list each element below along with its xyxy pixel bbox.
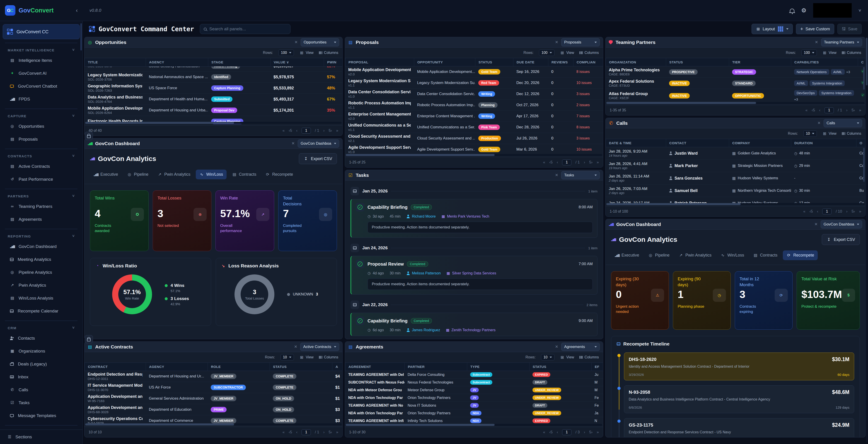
table-row[interactable]: Unified Communications as a Service - Pv… bbox=[345, 122, 603, 133]
timeline-item[interactable]: GS-23-1175$24.9M Endpoint Detection and … bbox=[624, 418, 854, 437]
vertical-scrollbar[interactable] bbox=[863, 67, 865, 90]
sidebar-item[interactable]: GovCon Dashboard bbox=[5, 240, 77, 253]
view-button[interactable]: View bbox=[822, 50, 836, 55]
column-header[interactable]: O bbox=[856, 139, 865, 147]
analytics-tab[interactable]: Recompete bbox=[783, 250, 818, 260]
horizontal-scrollbar[interactable] bbox=[85, 122, 342, 124]
back-5-icon[interactable]: ‹5 bbox=[289, 430, 292, 435]
analytics-tab[interactable]: Pwin Analytics bbox=[675, 250, 715, 260]
first-page-icon[interactable]: « bbox=[803, 209, 805, 214]
sidebar-section-header[interactable]: MARKET INTELLIGENCE ˅ bbox=[5, 48, 77, 54]
column-header[interactable]: TITLE bbox=[85, 58, 146, 66]
task-card[interactable]: ✓ Capability Briefing Completed 8:00 AM … bbox=[350, 199, 597, 238]
first-page-icon[interactable]: « bbox=[543, 160, 545, 165]
analytics-tab[interactable]: Executive bbox=[611, 250, 643, 260]
sidebar-item[interactable]: Organizations bbox=[5, 345, 77, 357]
table-row[interactable]: Jan 26, 2026, 11:14 AM2 days ago Sara Go… bbox=[606, 172, 865, 184]
next-page-icon[interactable]: › bbox=[584, 430, 585, 435]
sidebar-section-header[interactable]: REPORTING ˅ bbox=[5, 234, 77, 240]
prev-page-icon[interactable]: ‹ bbox=[557, 160, 558, 165]
table-row[interactable]: Apex Federal SolutionsCAGE: E73UD INACTI… bbox=[606, 78, 865, 89]
back-5-icon[interactable]: ‹5 bbox=[549, 160, 553, 165]
back-5-icon[interactable]: ‹5 bbox=[810, 209, 813, 214]
fwd-5-icon[interactable]: 5› bbox=[851, 108, 855, 112]
sidebar-section-header[interactable]: CONTRACTS ˅ bbox=[5, 154, 77, 160]
analytics-tab[interactable]: Contracts bbox=[228, 170, 260, 179]
panel-type-select[interactable]: GovCon Dashboa bbox=[820, 220, 862, 229]
horizontal-scrollbar[interactable] bbox=[346, 154, 602, 156]
timeline-item[interactable]: N-93-2058$48.6M Data Analytics and Busin… bbox=[624, 385, 854, 413]
table-row[interactable]: Application Development and DW-95-7183 G… bbox=[85, 393, 342, 404]
sidebar-item[interactable]: GovConvert AI bbox=[5, 67, 77, 80]
first-page-icon[interactable]: « bbox=[282, 430, 285, 435]
close-icon[interactable]: ✕ bbox=[555, 344, 558, 349]
view-button[interactable]: View bbox=[560, 355, 574, 360]
column-header[interactable]: AGENCY bbox=[146, 363, 208, 371]
close-icon[interactable]: ✕ bbox=[815, 40, 818, 45]
sidebar-item[interactable]: GovConvert Chatbot bbox=[5, 80, 77, 93]
table-row[interactable]: Cloud Security Assessment and Monitorv2.… bbox=[345, 133, 603, 144]
columns-button[interactable]: Columns bbox=[319, 51, 338, 55]
fwd-5-icon[interactable]: 5› bbox=[851, 209, 855, 214]
last-page-icon[interactable]: » bbox=[859, 209, 861, 214]
sidebar-item[interactable]: Past Performance bbox=[5, 173, 77, 186]
table-row[interactable]: Application Development and DDHS-68-3028… bbox=[85, 404, 342, 415]
columns-button[interactable]: Columns bbox=[319, 355, 338, 359]
sidebar-item[interactable]: Pipeline Analytics bbox=[5, 266, 77, 279]
table-row[interactable]: NDA with Orion Technology Par Orion Tech… bbox=[345, 394, 603, 402]
sidebar-item[interactable]: Pwin Analytics bbox=[5, 279, 77, 292]
page-number[interactable]: 1 bbox=[562, 429, 571, 435]
table-row[interactable]: Jan 26, 2026, 7:03 AM2 days ago Samuel B… bbox=[606, 184, 865, 197]
column-header[interactable]: STATUS bbox=[270, 363, 332, 371]
sidebar-collapse-icon[interactable]: ‹ bbox=[76, 7, 78, 13]
next-page-icon[interactable]: › bbox=[323, 430, 325, 435]
sidebar-scrollbar[interactable] bbox=[81, 23, 82, 50]
rows-select[interactable]: 10 bbox=[803, 130, 817, 137]
page-number[interactable]: 1 bbox=[302, 128, 311, 134]
panel-type-select[interactable]: Teaming Partners bbox=[821, 38, 862, 46]
table-row[interactable]: Robotic Process Automation Implementv1.1… bbox=[345, 100, 603, 111]
table-row[interactable]: Jan 28, 2026, 9:20 AM14 hours ago Justin… bbox=[606, 147, 865, 160]
column-header[interactable]: PWIN bbox=[324, 58, 343, 66]
column-header[interactable]: CAPABILITIES bbox=[791, 58, 858, 66]
table-row[interactable]: Alpha Prime TechnologiesCAGE: B8DE8 PROS… bbox=[606, 66, 865, 78]
column-header[interactable]: STATUS bbox=[529, 363, 591, 371]
task-person-link[interactable]: Richard Moore bbox=[412, 214, 436, 218]
last-page-icon[interactable]: » bbox=[336, 128, 338, 133]
close-icon[interactable]: ✕ bbox=[555, 173, 558, 177]
panel-type-select[interactable]: Active Contracts bbox=[300, 343, 339, 351]
column-header[interactable]: PARTNER bbox=[404, 363, 467, 371]
column-header[interactable]: DATE & TIME bbox=[606, 139, 666, 147]
sidebar-item[interactable]: Win/Loss Analysis bbox=[5, 292, 77, 305]
main-vertical-scrollbar[interactable] bbox=[866, 37, 868, 442]
column-header[interactable]: COMPLIAN bbox=[573, 58, 603, 66]
sidebar-item-sections[interactable]: Sections bbox=[0, 430, 83, 444]
analytics-tab[interactable]: Pipeline bbox=[123, 170, 152, 179]
close-icon[interactable]: ✕ bbox=[814, 222, 818, 227]
column-header[interactable]: STATUS bbox=[666, 58, 729, 66]
column-header[interactable]: C bbox=[858, 58, 865, 66]
sidebar-item[interactable]: Agreements bbox=[5, 213, 77, 226]
prev-page-icon[interactable]: ‹ bbox=[557, 430, 558, 435]
analytics-tab[interactable]: Win/Loss bbox=[196, 170, 226, 179]
column-header[interactable]: VALUE ∨ bbox=[270, 58, 324, 66]
prev-page-icon[interactable]: ‹ bbox=[817, 209, 818, 214]
export-csv-button[interactable]: Export CSV bbox=[822, 234, 860, 245]
panel-type-select[interactable]: Proposals bbox=[561, 38, 600, 46]
table-row[interactable]: Electronic Health Records Integrati Capt… bbox=[85, 116, 342, 126]
column-header[interactable]: STATUS bbox=[475, 58, 513, 66]
sidebar-section-header[interactable]: CRM ˅ bbox=[5, 326, 77, 332]
save-custom-button[interactable]: + Save Custom bbox=[796, 24, 834, 34]
rows-select[interactable]: 10 bbox=[541, 354, 555, 361]
sidebar-item[interactable]: FPDS bbox=[5, 93, 77, 105]
column-header[interactable]: OPPORTUNITY bbox=[414, 58, 475, 66]
view-button[interactable]: View bbox=[822, 131, 836, 136]
column-header[interactable]: STAGE bbox=[208, 58, 270, 66]
rows-select[interactable]: 10 bbox=[280, 354, 294, 361]
back-5-icon[interactable]: ‹5 bbox=[812, 108, 815, 112]
column-header[interactable]: TIER bbox=[729, 58, 791, 66]
notifications-bell-icon[interactable] bbox=[790, 9, 794, 12]
task-org-link[interactable]: Menlo Park Ventures Tech bbox=[447, 214, 489, 218]
page-number[interactable]: 1 bbox=[825, 107, 834, 113]
table-row[interactable]: TEAMING AGREEMENT with No Nova IT Soluti… bbox=[345, 402, 603, 409]
